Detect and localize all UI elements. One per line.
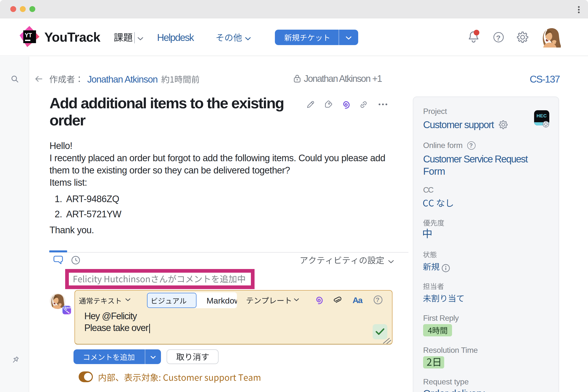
svg-text:uTrack T: uTrack T xyxy=(63,306,74,309)
svg-text:YT: YT xyxy=(25,32,32,38)
